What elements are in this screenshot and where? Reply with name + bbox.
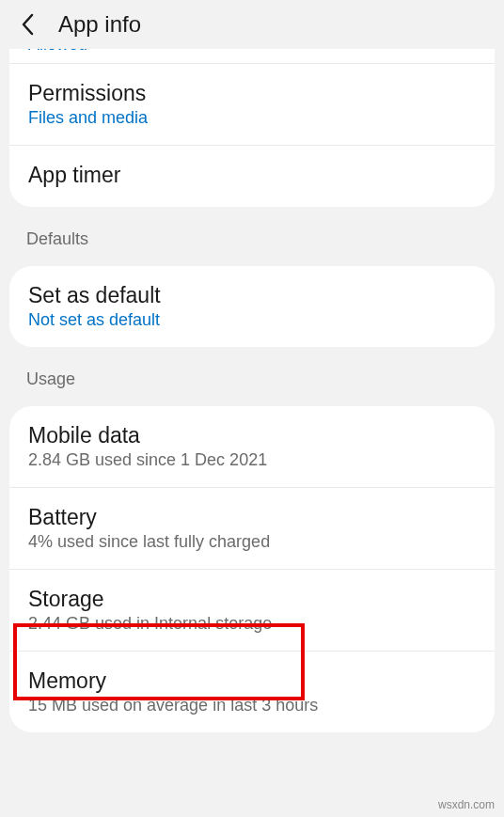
app-timer-title: App timer bbox=[28, 163, 476, 188]
storage-sub: 2.44 GB used in Internal storage bbox=[28, 614, 476, 634]
row-mobile-data[interactable]: Mobile data 2.84 GB used since 1 Dec 202… bbox=[9, 406, 495, 488]
row-storage[interactable]: Storage 2.44 GB used in Internal storage bbox=[9, 570, 495, 652]
section-usage: Usage bbox=[0, 354, 504, 399]
row-memory[interactable]: Memory 15 MB used on average in last 3 h… bbox=[9, 652, 495, 732]
permissions-sub: Files and media bbox=[28, 108, 476, 128]
watermark: wsxdn.com bbox=[438, 798, 495, 811]
app-settings-card: Allowed Permissions Files and media App … bbox=[9, 49, 495, 207]
row-battery[interactable]: Battery 4% used since last fully charged bbox=[9, 488, 495, 570]
section-defaults: Defaults bbox=[0, 214, 504, 259]
defaults-card: Set as default Not set as default bbox=[9, 266, 495, 347]
mobile-data-sub: 2.84 GB used since 1 Dec 2021 bbox=[28, 450, 476, 470]
row-permissions[interactable]: Permissions Files and media bbox=[9, 64, 495, 146]
header-bar: App info bbox=[0, 0, 504, 49]
storage-title: Storage bbox=[28, 587, 476, 612]
back-icon[interactable] bbox=[15, 11, 41, 38]
set-default-sub: Not set as default bbox=[28, 310, 476, 330]
mobile-data-title: Mobile data bbox=[28, 423, 476, 448]
set-default-title: Set as default bbox=[28, 283, 476, 308]
memory-title: Memory bbox=[28, 668, 476, 694]
row-app-timer[interactable]: App timer bbox=[9, 146, 495, 207]
row-set-default[interactable]: Set as default Not set as default bbox=[9, 266, 495, 347]
row-truncated[interactable]: Allowed bbox=[9, 49, 495, 64]
truncated-sub: Allowed bbox=[28, 49, 87, 52]
battery-title: Battery bbox=[28, 505, 476, 530]
page-title: App info bbox=[58, 11, 141, 38]
usage-card: Mobile data 2.84 GB used since 1 Dec 202… bbox=[9, 406, 495, 732]
permissions-title: Permissions bbox=[28, 81, 476, 106]
battery-sub: 4% used since last fully charged bbox=[28, 532, 476, 552]
memory-sub: 15 MB used on average in last 3 hours bbox=[28, 696, 476, 715]
